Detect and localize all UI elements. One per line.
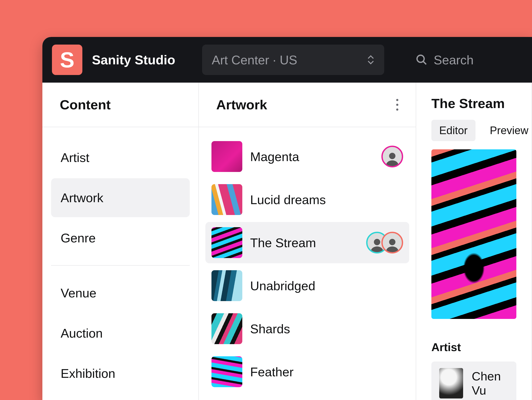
content-header: Content	[42, 83, 198, 127]
artwork-label: Unabridged	[250, 279, 403, 293]
app-window: S Sanity Studio Art Center · US Search	[42, 37, 532, 400]
artist-card[interactable]: Chen Vu	[431, 362, 516, 400]
svg-point-4	[374, 239, 380, 245]
content-title: Content	[60, 97, 111, 112]
avatar-stack	[373, 232, 403, 254]
artwork-thumbnail	[211, 356, 242, 387]
artwork-label: Feather	[250, 365, 403, 379]
app-name: Sanity Studio	[92, 52, 175, 67]
artwork-item[interactable]: Magenta	[205, 136, 409, 177]
kebab-icon[interactable]	[396, 99, 398, 111]
chevron-up-down-icon	[367, 55, 375, 64]
artwork-thumbnail	[211, 184, 242, 215]
artwork-list: MagentaLucid dreamsThe StreamUnabridgedS…	[199, 127, 416, 400]
search-placeholder: Search	[434, 53, 474, 67]
user-avatar	[381, 146, 403, 167]
nav-item-auction[interactable]: Auction	[51, 314, 190, 353]
artwork-title: Artwork	[216, 97, 267, 112]
user-avatar	[381, 232, 403, 254]
nav-item-artwork[interactable]: Artwork	[51, 178, 190, 217]
nav-item-exhibition[interactable]: Exhibition	[51, 354, 190, 393]
detail-tabs: Editor Preview	[431, 120, 516, 141]
artwork-label: Lucid dreams	[250, 192, 403, 207]
detail-title: The Stream	[431, 96, 516, 111]
app-body: Content Artist Artwork Genre Venue Aucti…	[42, 83, 532, 400]
nav-item-venue[interactable]: Venue	[51, 273, 190, 312]
artwork-label: Magenta	[250, 149, 380, 164]
sanity-logo[interactable]: S	[52, 44, 82, 75]
workspace-picker[interactable]: Art Center · US	[202, 44, 384, 75]
artwork-column: Artwork MagentaLucid dreamsThe StreamUna…	[199, 83, 416, 400]
artwork-thumbnail	[211, 270, 242, 301]
artist-photo	[439, 368, 463, 399]
search-button[interactable]: Search	[416, 53, 474, 67]
detail-column: The Stream Editor Preview Artist Chen Vu	[416, 83, 532, 400]
artwork-header: Artwork	[199, 83, 416, 127]
artwork-item[interactable]: Feather	[205, 351, 409, 392]
search-icon	[416, 54, 428, 66]
artwork-label: The Stream	[250, 235, 365, 250]
content-nav: Artist Artwork Genre Venue Auction Exhib…	[42, 127, 198, 400]
tab-editor[interactable]: Editor	[431, 120, 475, 141]
artwork-label: Shards	[250, 322, 403, 336]
avatar-stack	[388, 146, 403, 167]
artwork-item[interactable]: The Stream	[205, 222, 409, 263]
svg-point-3	[389, 239, 395, 245]
nav-divider	[51, 265, 190, 266]
artwork-item[interactable]: Shards	[205, 308, 409, 349]
app-header: S Sanity Studio Art Center · US Search	[42, 37, 532, 83]
artwork-thumbnail	[211, 313, 242, 344]
artist-section-label: Artist	[431, 341, 516, 354]
artwork-item[interactable]: Unabridged	[205, 265, 409, 306]
svg-line-1	[423, 61, 426, 64]
tab-preview[interactable]: Preview	[482, 120, 532, 141]
artist-name: Chen Vu	[472, 369, 508, 397]
content-column: Content Artist Artwork Genre Venue Aucti…	[42, 83, 199, 400]
artwork-thumbnail	[211, 141, 242, 172]
nav-item-artist[interactable]: Artist	[51, 138, 190, 177]
artwork-thumbnail	[211, 227, 242, 258]
logo-letter: S	[60, 47, 75, 72]
workspace-label: Art Center · US	[212, 53, 297, 67]
nav-item-genre[interactable]: Genre	[51, 218, 190, 257]
artwork-item[interactable]: Lucid dreams	[205, 179, 409, 220]
svg-point-2	[389, 153, 395, 159]
artwork-hero-image	[431, 149, 516, 319]
svg-point-0	[417, 55, 424, 62]
